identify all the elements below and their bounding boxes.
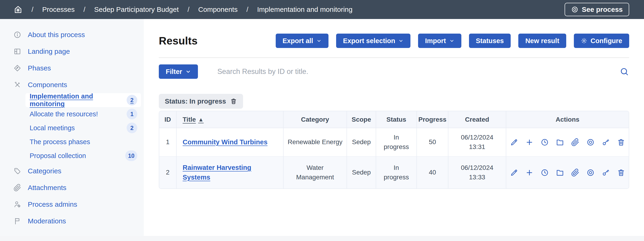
result-id: 2 [159, 156, 176, 188]
see-process-label: See process [582, 6, 623, 14]
result-actions-cell [506, 156, 629, 188]
sidebar-subitem-label: Local meetings [30, 124, 126, 132]
sidebar-item-label: Components [28, 81, 67, 89]
sidebar-item-landing-page[interactable]: Landing page [0, 43, 144, 60]
tag-icon [14, 167, 21, 175]
see-process-button[interactable]: See process [564, 3, 629, 16]
folder-button[interactable] [556, 138, 564, 146]
add-button[interactable] [525, 138, 534, 146]
statuses-button[interactable]: Statuses [469, 34, 511, 48]
result-progress: 40 [417, 156, 448, 188]
breadcrumb-current-component[interactable]: Implementation and monitoring [257, 6, 352, 14]
new-result-button[interactable]: New result [518, 34, 566, 48]
result-title-cell: Rainwater Harvesting Systems [176, 156, 283, 188]
table-row: 2 Rainwater Harvesting Systems Water Man… [159, 156, 629, 188]
preview-button[interactable] [586, 168, 595, 177]
sidebar-item-label: Process admins [28, 200, 77, 208]
sidebar-item-moderations[interactable]: Moderations [0, 213, 144, 229]
header-status: Status [376, 111, 417, 128]
sidebar-item-components[interactable]: Components [0, 77, 144, 93]
sidebar-item-process-admins[interactable]: Process admins [0, 196, 144, 213]
attachments-button[interactable] [571, 138, 580, 146]
edit-button[interactable] [510, 138, 518, 146]
sidebar-item-attachments[interactable]: Attachments [0, 179, 144, 196]
breadcrumb-separator: / [188, 6, 189, 14]
footer-strip [0, 236, 644, 241]
result-category: Water Management [283, 156, 347, 188]
sidebar-item-phases[interactable]: Phases [0, 60, 144, 77]
breadcrumb-components[interactable]: Components [198, 6, 238, 14]
count-badge: 2 [126, 123, 137, 133]
count-badge: 1 [126, 109, 137, 119]
sidebar-subitem-implementation-and-monitoring[interactable]: Implementation and monitoring 2 [26, 93, 141, 107]
sidebar-subitem-label: The process phases [30, 138, 137, 146]
pencil-icon [510, 168, 518, 177]
header-divider [159, 58, 629, 58]
breadcrumb-processes[interactable]: Processes [42, 6, 74, 14]
sort-by-title-link[interactable]: Title▲ [183, 116, 204, 123]
trash-icon[interactable] [230, 98, 237, 105]
preview-button[interactable] [586, 138, 595, 146]
folder-button[interactable] [556, 168, 564, 177]
export-selection-button[interactable]: Export selection [336, 34, 411, 48]
result-category: Renewable Energy [283, 128, 347, 156]
export-all-button[interactable]: Export all [276, 34, 328, 48]
sidebar-item-about-this-process[interactable]: About this process [0, 27, 144, 43]
attachments-button[interactable] [571, 168, 580, 177]
table-row: 1 Community Wind Turbines Renewable Ener… [159, 128, 629, 156]
process-sidebar: About this process Landing page Phases C… [0, 19, 144, 236]
history-button[interactable] [540, 168, 549, 177]
info-icon [14, 31, 21, 39]
status-filter-label: Status: In progress [165, 98, 226, 105]
key-icon [602, 168, 610, 177]
result-title-link[interactable]: Rainwater Harvesting Systems [183, 163, 261, 182]
sidebar-subitem-the-process-phases[interactable]: The process phases [26, 135, 141, 149]
delete-button[interactable] [617, 168, 625, 177]
permissions-button[interactable] [602, 168, 610, 177]
sidebar-item-label: Categories [28, 167, 61, 175]
header-scope: Scope [347, 111, 376, 128]
count-badge: 10 [125, 150, 137, 161]
result-title-link[interactable]: Community Wind Turbines [183, 137, 268, 147]
results-table: ID Title▲ Category Scope Status Progress… [159, 111, 629, 189]
plus-icon [525, 168, 534, 177]
breadcrumb-separator: / [32, 6, 33, 14]
sidebar-subitem-allocate-the-resources[interactable]: Allocate the resources! 1 [26, 107, 141, 121]
delete-button[interactable] [617, 138, 625, 146]
user-gear-icon [14, 200, 21, 208]
permissions-button[interactable] [602, 138, 610, 146]
import-button[interactable]: Import [418, 34, 461, 48]
add-button[interactable] [525, 168, 534, 177]
paperclip-icon [14, 184, 21, 192]
search-icon[interactable] [620, 67, 629, 77]
history-button[interactable] [540, 138, 549, 146]
sidebar-subitem-label: Proposal collection [30, 152, 125, 160]
sidebar-item-label: About this process [28, 31, 85, 39]
breadcrumb-process-name[interactable]: Sedep Participatory Budget [94, 6, 179, 14]
eye-icon [586, 168, 595, 177]
eye-icon [571, 6, 578, 13]
sidebar-subitem-proposal-collection[interactable]: Proposal collection 10 [26, 149, 141, 163]
sidebar-subitem-local-meetings[interactable]: Local meetings 2 [26, 121, 141, 135]
result-status: In progress [376, 128, 417, 156]
filter-button[interactable]: Filter [159, 64, 198, 79]
home-button[interactable] [14, 5, 23, 14]
search-input[interactable] [217, 67, 615, 76]
result-status: In progress [376, 156, 417, 188]
clock-icon [540, 168, 549, 177]
breadcrumb-separator: / [246, 6, 248, 14]
table-header-row: ID Title▲ Category Scope Status Progress… [159, 111, 629, 128]
sidebar-item-label: Landing page [28, 48, 70, 55]
results-header: Results Export all Export selection Impo… [159, 33, 629, 49]
edit-button[interactable] [510, 168, 518, 177]
header-category: Category [283, 111, 347, 128]
configure-button[interactable]: Configure [574, 34, 629, 48]
paperclip-icon [571, 168, 580, 177]
folder-icon [556, 138, 564, 146]
layout-icon [14, 48, 21, 55]
header-actions: Actions [506, 111, 629, 128]
sidebar-item-categories[interactable]: Categories [0, 163, 144, 179]
eye-icon [586, 138, 595, 146]
page-title: Results [159, 35, 198, 47]
result-id: 1 [159, 128, 176, 156]
